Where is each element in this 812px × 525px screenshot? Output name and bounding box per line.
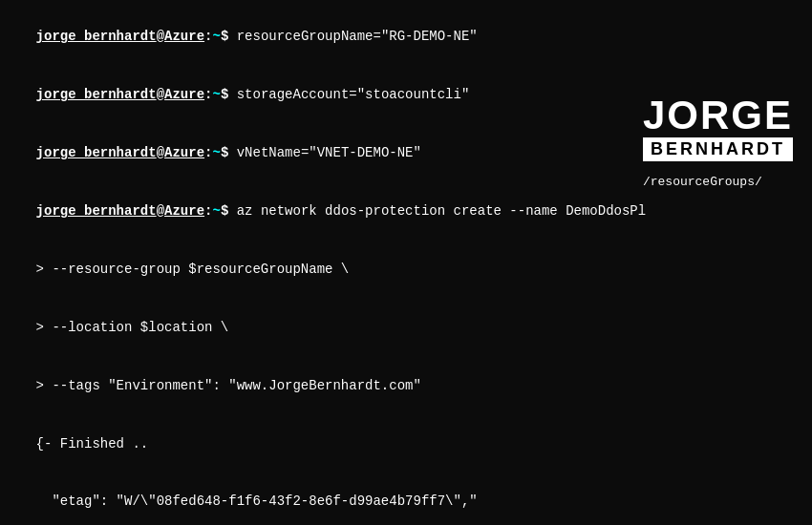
logo-path: /resourceGroups/ <box>643 175 793 189</box>
terminal-line: > --tags "Environment": "www.JorgeBernha… <box>0 356 812 414</box>
terminal-line: jorge_bernhardt@Azure:~$ az network ddos… <box>0 182 812 241</box>
terminal-line: jorge_bernhardt@Azure:~$ resourceGroupNa… <box>0 8 812 66</box>
cmd-text: storageAccount="stoacountcli" <box>228 87 469 102</box>
prompt-user: jorge_bernhardt <box>36 87 157 102</box>
prompt-at: @ <box>157 145 164 160</box>
terminal-line: "etag": "W/\"08fed648-f1f6-43f2-8e6f-d99… <box>0 472 812 525</box>
continuation-text: > --resource-group $resourceGroupName \ <box>36 262 350 277</box>
prompt-dir: ~ <box>212 145 220 160</box>
prompt-dir: ~ <box>212 203 220 219</box>
cmd-text: resourceGroupName="RG-DEMO-NE" <box>228 29 477 44</box>
logo-area: JORGE BERNHARDT /resourceGroups/ <box>643 95 793 189</box>
cmd-text: vNetName="VNET-DEMO-NE" <box>228 145 421 160</box>
prompt-user: jorge_bernhardt <box>36 145 157 160</box>
terminal-window: jorge_bernhardt@Azure:~$ resourceGroupNa… <box>0 0 812 525</box>
prompt-at: @ <box>157 203 164 219</box>
prompt-host: Azure <box>164 203 204 219</box>
terminal-line: {- Finished .. <box>0 414 812 472</box>
cmd-text: az network ddos-protection create --name… <box>228 203 646 219</box>
prompt-host: Azure <box>164 145 204 160</box>
output-text: {- Finished .. <box>36 436 149 452</box>
prompt-at: @ <box>157 87 164 102</box>
logo-name-bottom: BERNHARDT <box>643 137 793 161</box>
prompt-dir: ~ <box>212 87 220 102</box>
prompt-host: Azure <box>164 87 204 102</box>
logo-name-top: JORGE <box>643 95 793 136</box>
prompt-dir: ~ <box>212 29 220 44</box>
terminal-line: > --location $location \ <box>0 298 812 356</box>
output-text: "etag": "W/\"08fed648-f1f6-43f2-8e6f-d99… <box>36 494 478 509</box>
continuation-text: > --location $location \ <box>36 320 229 335</box>
continuation-text: > --tags "Environment": "www.JorgeBernha… <box>36 378 421 393</box>
terminal-line: > --resource-group $resourceGroupName \ <box>0 241 812 299</box>
prompt-host: Azure <box>164 29 204 44</box>
prompt-at: @ <box>157 29 164 44</box>
prompt-user: jorge_bernhardt <box>36 29 157 44</box>
prompt-user: jorge_bernhardt <box>36 203 157 219</box>
